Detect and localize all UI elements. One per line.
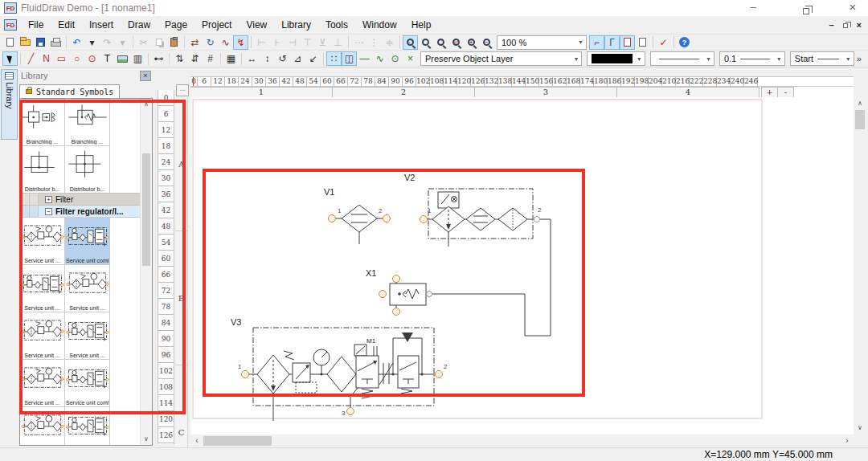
ruler-zoom-in-button[interactable]: + — [761, 87, 778, 98]
redo-icon[interactable]: ↷ — [100, 35, 115, 50]
library-scrollbar-thumb[interactable] — [142, 153, 150, 266]
chevron-down-icon[interactable]: ▾ — [774, 55, 784, 63]
scroll-up-icon[interactable]: ∧ — [141, 99, 152, 110]
rotate-icon[interactable]: ↻ — [203, 35, 218, 50]
undo-dropdown-icon[interactable]: ▾ — [84, 35, 100, 50]
scroll-left-icon[interactable]: ‹ — [190, 434, 203, 447]
zoom-page-icon[interactable]: □ — [433, 35, 448, 50]
menu-help[interactable]: Help — [404, 17, 439, 33]
arrow-start-combo[interactable]: Start ▾ — [790, 51, 854, 66]
library-symbol-distributor-b[interactable]: Distributor b... — [64, 145, 110, 194]
chevron-down-icon[interactable]: ▾ — [634, 55, 645, 63]
new-page-icon[interactable] — [635, 35, 650, 50]
arrow-tool-icon[interactable]: ↙ — [305, 51, 321, 66]
menu-insert[interactable]: Insert — [82, 17, 121, 33]
show-rulers-icon[interactable]: Γ — [604, 35, 620, 50]
mdi-minimize-button[interactable]: – — [829, 20, 833, 30]
tab-standard-symbols[interactable]: Standard Symbols — [19, 84, 120, 98]
redo-dropdown-icon[interactable]: ▾ — [115, 35, 130, 50]
align-left-icon[interactable]: ⊢ — [254, 35, 269, 50]
text-tool-icon[interactable]: T — [100, 51, 115, 66]
library-symbol-service-unit[interactable]: Service unit ... — [19, 264, 65, 312]
rect-tool-icon[interactable]: ▭ — [54, 51, 69, 66]
library-symbol-distributor-b[interactable]: Distributor b... — [19, 145, 65, 194]
vertical-scrollbar-thumb[interactable] — [855, 110, 865, 129]
zoom-selection-icon[interactable]: ▫ — [403, 35, 418, 50]
circle-connection-icon[interactable]: ⊙ — [387, 51, 403, 66]
align-middle-icon[interactable]: ⊻ — [315, 35, 330, 50]
menu-library[interactable]: Library — [274, 17, 318, 33]
menu-page[interactable]: Page — [158, 17, 194, 33]
library-group-filter-regulator-l[interactable]: −Filter regulator/l... — [20, 205, 152, 218]
minimize-button[interactable]: – — [743, 0, 764, 15]
cut-icon[interactable]: ✂ — [136, 35, 151, 50]
line-break-icon[interactable]: ∿ — [372, 51, 387, 66]
dim-vertical-icon[interactable]: ↕ — [260, 51, 275, 66]
polygon-tool-icon[interactable]: ⊿ — [290, 51, 305, 66]
ellipse-tool-icon[interactable]: ○ — [69, 51, 84, 66]
vertical-scrollbar[interactable]: ∧ ∨ — [854, 97, 866, 434]
library-symbol-service-unit[interactable]: Service unit ... — [64, 264, 110, 312]
open-icon[interactable] — [18, 35, 33, 50]
image-tool-icon[interactable] — [115, 51, 130, 66]
drawing-canvas[interactable]: V1 V2 X1 V3 M1 1 2 1 2 1 2 3 — [190, 97, 854, 434]
distribute-h-icon[interactable]: ⋯ — [351, 35, 366, 50]
distribute-v-icon[interactable]: ⋮ — [366, 35, 382, 50]
line-connection-icon[interactable]: — — [357, 51, 372, 66]
scroll-up-icon[interactable]: ∧ — [854, 97, 866, 110]
menu-edit[interactable]: Edit — [51, 17, 82, 33]
snap-grid-icon[interactable]: ⌐ — [589, 35, 604, 50]
ruler-corner-button[interactable]: ... — [176, 84, 189, 96]
help-icon[interactable]: ? — [677, 35, 692, 50]
collapse-icon[interactable]: − — [45, 208, 52, 215]
save-icon[interactable] — [33, 35, 48, 50]
zoom-out-icon[interactable]: − — [479, 35, 494, 50]
menu-tools[interactable]: Tools — [318, 17, 355, 33]
page-border-icon[interactable] — [620, 35, 635, 50]
library-close-button[interactable]: × — [140, 71, 151, 81]
menu-draw[interactable]: Draw — [121, 17, 158, 33]
chevron-down-icon[interactable]: ▾ — [703, 55, 714, 63]
symbol-grid-icon[interactable]: ▦ — [223, 51, 239, 66]
close-button[interactable]: × — [842, 0, 863, 15]
library-symbol-branching[interactable]: Branching ... — [19, 98, 65, 146]
line-tool-icon[interactable]: ╱ — [23, 51, 39, 66]
menu-view[interactable]: View — [239, 17, 274, 33]
zoom-level-combo[interactable]: 100 % ▾ — [497, 35, 587, 50]
new-icon[interactable] — [2, 35, 18, 50]
restore-button[interactable] — [796, 0, 817, 15]
paste-icon[interactable] — [166, 35, 182, 50]
library-symbol-service-unit[interactable]: Service unit ... — [64, 406, 110, 446]
resize-icon[interactable]: ⇄ — [187, 35, 203, 50]
align-top-icon[interactable]: ⊤ — [300, 35, 315, 50]
library-symbol-service-unit[interactable]: Service unit ... — [19, 217, 65, 265]
rotate-tool-icon[interactable]: ↺ — [275, 51, 290, 66]
library-symbol-service-unit-combin[interactable]: Service unit combin... — [64, 217, 110, 265]
library-symbol-service-unit-combin[interactable]: Service unit combin... — [64, 359, 110, 407]
flip-vertical-icon[interactable]: ⇅ — [172, 51, 187, 66]
horizontal-scrollbar[interactable]: ‹ › — [190, 434, 854, 447]
frame-tool-icon[interactable]: ▥ — [130, 51, 145, 66]
grid-tool-icon[interactable]: # — [203, 51, 218, 66]
toolbar-overflow-button[interactable]: » — [857, 54, 862, 63]
expand-icon[interactable]: + — [45, 196, 52, 203]
library-side-tab[interactable]: Library — [1, 69, 18, 140]
equal-spacing-icon[interactable]: ≑ — [382, 35, 397, 50]
library-group-filter[interactable]: +Filter — [20, 193, 152, 206]
polyline-tool-icon[interactable]: N — [39, 51, 54, 66]
chevron-down-icon[interactable]: ▾ — [571, 55, 581, 63]
library-symbol-service-unit[interactable]: Service unit ... — [19, 406, 65, 446]
mdi-close-button[interactable]: × — [857, 20, 862, 30]
menu-window[interactable]: Window — [355, 17, 404, 33]
print-icon[interactable] — [48, 35, 63, 50]
line-width-combo[interactable]: 0.1 ▾ — [719, 51, 785, 66]
horizontal-scrollbar-thumb[interactable] — [203, 436, 272, 446]
flip-horizontal-icon[interactable]: ⇵ — [187, 51, 203, 66]
align-anchor-icon[interactable]: ↯ — [233, 35, 248, 50]
library-symbol-service-unit[interactable]: Service unit ... — [19, 359, 65, 407]
library-symbol-service-unit[interactable]: Service unit ... — [64, 312, 110, 360]
snap-points-icon[interactable]: ∷ — [326, 51, 342, 66]
library-scrollbar[interactable]: ∧ ∨ — [140, 99, 152, 445]
document-icon[interactable]: FD — [4, 19, 17, 31]
dim-horizontal-icon[interactable]: ↔ — [244, 51, 260, 66]
